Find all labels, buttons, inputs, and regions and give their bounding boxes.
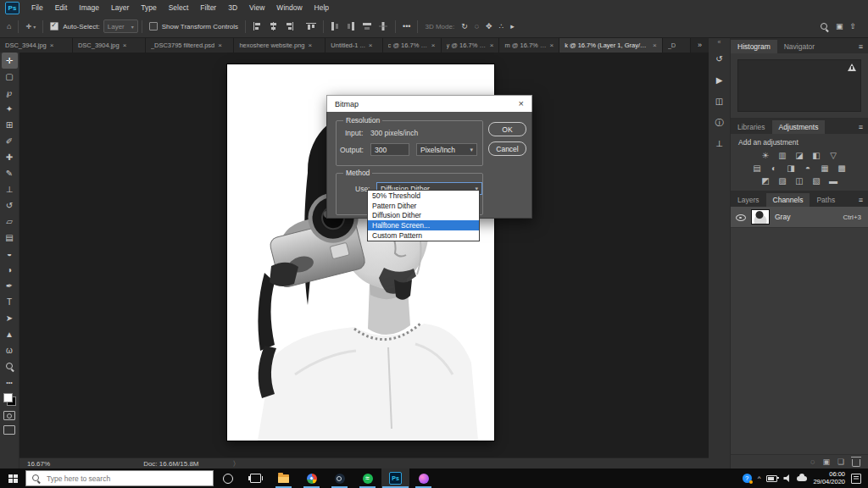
collapse-panels-icon[interactable]: « bbox=[718, 39, 721, 45]
menu-select[interactable]: Select bbox=[163, 3, 195, 12]
option-diffusion-dither[interactable]: Diffusion Dither bbox=[368, 211, 479, 221]
tab-channels[interactable]: Channels bbox=[766, 193, 810, 207]
doc-tab-hexoshere[interactable]: hexoshere website.png× bbox=[234, 37, 326, 53]
output-resolution-field[interactable]: 300 bbox=[370, 143, 409, 156]
tab-paths[interactable]: Paths bbox=[810, 193, 842, 207]
vibrance-icon[interactable]: ▽ bbox=[828, 151, 839, 160]
status-expander-icon[interactable]: 〉 bbox=[233, 459, 240, 469]
battery-icon[interactable] bbox=[766, 475, 777, 482]
delete-channel-icon[interactable] bbox=[852, 459, 860, 467]
distribute-bottom-icon[interactable] bbox=[359, 22, 376, 30]
option-50-threshold[interactable]: 50% Threshold bbox=[368, 191, 479, 201]
zoom-tool[interactable] bbox=[2, 358, 18, 374]
action-center-icon[interactable] bbox=[851, 474, 861, 484]
dodge-tool[interactable]: ◑ bbox=[2, 262, 18, 278]
option-custom-pattern[interactable]: Custom Pattern bbox=[368, 230, 479, 241]
move-tool-preset[interactable]: ✛ ▾ bbox=[22, 23, 39, 30]
color-lookup-icon[interactable]: ▩ bbox=[837, 164, 848, 173]
gradient-tool[interactable]: ▤ bbox=[2, 230, 18, 246]
move-tool[interactable]: ✛ bbox=[2, 53, 18, 69]
channel-row-gray[interactable]: Gray Ctrl+3 bbox=[731, 207, 868, 228]
menu-edit[interactable]: Edit bbox=[49, 3, 74, 12]
menu-window[interactable]: Window bbox=[270, 3, 308, 12]
pen-tool[interactable]: ✒ bbox=[2, 278, 18, 294]
path-selection-tool[interactable]: ➤ bbox=[2, 310, 18, 326]
doc-tab-dsc3944[interactable]: DSC_3944.jpg× bbox=[0, 37, 73, 53]
3d-orbit-icon[interactable]: ↻ bbox=[458, 22, 471, 30]
save-selection-icon[interactable]: ▣ bbox=[822, 458, 830, 466]
more-options-icon[interactable]: ••• bbox=[399, 22, 414, 30]
menu-filter[interactable]: Filter bbox=[194, 3, 222, 12]
file-explorer-button[interactable] bbox=[270, 469, 298, 488]
menu-help[interactable]: Help bbox=[309, 3, 335, 12]
menu-3d[interactable]: 3D bbox=[222, 3, 243, 12]
help-tray-icon[interactable]: ? bbox=[743, 474, 752, 483]
shape-tool[interactable]: ▲ bbox=[2, 326, 18, 342]
clone-source-panel-icon[interactable]: ⊥ bbox=[712, 136, 726, 151]
tab-navigator[interactable]: Navigator bbox=[777, 40, 821, 53]
taskbar-clock[interactable]: 06:00 29/04/2020 bbox=[813, 471, 845, 485]
doc-tab-dsc3795-filtered[interactable]: _DSC3795 filtered.psd× bbox=[146, 37, 235, 53]
align-top-icon[interactable] bbox=[303, 22, 320, 30]
history-panel-icon[interactable]: ↺ bbox=[712, 52, 726, 66]
auto-select-checkbox[interactable]: Auto-Select: bbox=[47, 22, 103, 30]
lasso-tool[interactable]: ℘ bbox=[2, 85, 18, 101]
cortana-button[interactable] bbox=[214, 469, 242, 488]
start-button[interactable] bbox=[0, 469, 25, 488]
menu-image[interactable]: Image bbox=[73, 3, 105, 12]
paint3d-button[interactable] bbox=[409, 469, 437, 488]
close-icon[interactable]: × bbox=[50, 42, 54, 49]
clone-stamp-tool[interactable]: ⊥ bbox=[2, 181, 18, 197]
tray-expand-icon[interactable]: ^ bbox=[758, 474, 761, 482]
cancel-button[interactable]: Cancel bbox=[488, 141, 526, 156]
info-panel-icon[interactable]: ⓘ bbox=[712, 115, 726, 130]
color-swatches[interactable] bbox=[3, 393, 16, 406]
hand-tool[interactable]: ω bbox=[2, 342, 18, 358]
doc-tab-y[interactable]: y @ 16.7% (...× bbox=[442, 37, 500, 53]
ok-button[interactable]: OK bbox=[488, 122, 526, 136]
close-icon[interactable]: × bbox=[309, 42, 313, 49]
task-view-button[interactable] bbox=[242, 469, 270, 488]
posterize-icon[interactable]: ▨ bbox=[777, 176, 788, 186]
menu-view[interactable]: View bbox=[243, 3, 270, 12]
output-unit-dropdown[interactable]: Pixels/Inch ▾ bbox=[416, 143, 477, 156]
channel-thumbnail[interactable] bbox=[751, 209, 770, 225]
doc-tab-m[interactable]: m @ 16.7% (...× bbox=[499, 37, 559, 53]
3d-pan-icon[interactable]: ✥ bbox=[482, 22, 496, 30]
taskbar-search[interactable] bbox=[25, 470, 214, 486]
search-icon[interactable] bbox=[816, 22, 832, 31]
black-white-icon[interactable]: ◨ bbox=[786, 164, 797, 173]
align-right-icon[interactable] bbox=[281, 22, 298, 30]
align-center-h-icon[interactable] bbox=[265, 22, 281, 30]
workspace-icon[interactable]: ▣ bbox=[832, 22, 847, 30]
marquee-tool[interactable]: ▢ bbox=[2, 69, 18, 85]
panel-menu-icon[interactable]: ≡ bbox=[854, 123, 868, 134]
auto-select-target-dropdown[interactable]: Layer ▾ bbox=[103, 19, 138, 33]
eraser-tool[interactable]: ▱ bbox=[2, 214, 18, 230]
doc-tab-truncated[interactable]: _D bbox=[663, 37, 691, 53]
load-selection-icon[interactable]: ◌ bbox=[810, 458, 815, 466]
type-tool[interactable]: T bbox=[2, 294, 18, 310]
channel-mixer-icon[interactable]: ▦ bbox=[820, 164, 831, 173]
tab-layers[interactable]: Layers bbox=[731, 193, 766, 207]
color-balance-icon[interactable]: ◐ bbox=[769, 164, 780, 173]
3d-camera-icon[interactable]: ▸ bbox=[507, 22, 518, 30]
distribute-left-icon[interactable] bbox=[327, 22, 343, 30]
zoom-level[interactable]: 16.67% bbox=[27, 460, 50, 468]
exposure-icon[interactable]: ◧ bbox=[811, 151, 822, 160]
speaker-icon[interactable] bbox=[783, 474, 791, 482]
chrome-button[interactable] bbox=[298, 469, 326, 488]
hue-saturation-icon[interactable]: ▤ bbox=[752, 164, 763, 173]
screen-mode-button[interactable] bbox=[3, 425, 15, 435]
distribute-center-v-icon[interactable] bbox=[376, 22, 392, 30]
show-transform-checkbox[interactable]: Show Transform Controls bbox=[146, 22, 242, 30]
doc-tab-dsc3904[interactable]: DSC_3904.jpg× bbox=[73, 37, 146, 53]
tab-overflow-icon[interactable]: » bbox=[691, 41, 709, 49]
new-channel-icon[interactable]: ❏ bbox=[837, 458, 844, 466]
visibility-eye-icon[interactable] bbox=[736, 213, 746, 222]
actions-panel-icon[interactable]: ▶ bbox=[712, 73, 726, 87]
menu-layer[interactable]: Layer bbox=[105, 3, 135, 12]
search-input[interactable] bbox=[45, 474, 208, 484]
history-brush-tool[interactable]: ↺ bbox=[2, 197, 18, 214]
menu-type[interactable]: Type bbox=[135, 3, 162, 12]
